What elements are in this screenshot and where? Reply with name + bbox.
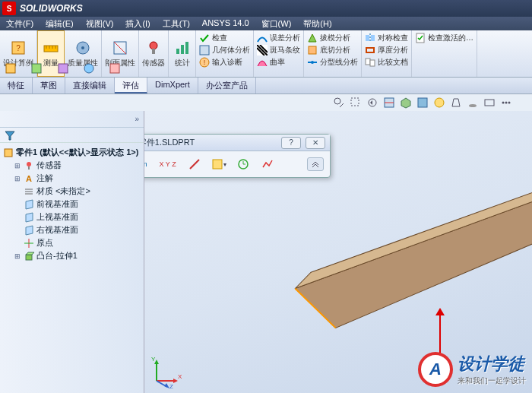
shadow-icon[interactable]: [467, 97, 479, 109]
expand-icon[interactable]: ⊞: [14, 175, 21, 182]
svg-rect-46: [6, 64, 15, 73]
workspace: » 零件1 (默认<<默认>显示状态 1>) ⊞传感器 ⊞A注解 材质 <未指定…: [0, 111, 532, 393]
sidebar-chevron-icon[interactable]: »: [135, 115, 139, 123]
measure-sensor-tool[interactable]: [259, 156, 276, 173]
feature-tabs: 特征 草图 直接编辑 评估 DimXpert 办公室产品: [0, 78, 532, 94]
ribbon-sensor[interactable]: 传感器: [139, 30, 169, 77]
svg-point-8: [81, 46, 84, 49]
svg-point-41: [469, 104, 477, 107]
ribbon-draft[interactable]: 拔模分析: [307, 33, 358, 43]
curv-icon: [257, 57, 268, 68]
ribbon-zebra[interactable]: 斑马条纹: [257, 45, 300, 55]
menu-help[interactable]: 帮助(H): [297, 17, 337, 30]
measure-p2p-tool[interactable]: [186, 156, 203, 173]
tab-office[interactable]: 办公室产品: [198, 78, 256, 93]
svg-marker-37: [401, 98, 410, 108]
display-style-icon[interactable]: [416, 97, 429, 109]
model-solid[interactable]: [278, 151, 532, 360]
view-triad[interactable]: Y X Z: [149, 353, 184, 388]
ribbon-symmetry[interactable]: 对称检查: [365, 33, 408, 43]
menu-insert[interactable]: 插入(I): [119, 17, 156, 30]
menu-view[interactable]: 视图(V): [80, 17, 120, 30]
tree-material[interactable]: 材质 <未指定>: [12, 185, 142, 198]
svg-rect-13: [176, 49, 179, 54]
feature-tree[interactable]: 零件1 (默认<<默认>显示状态 1>) ⊞传感器 ⊞A注解 材质 <未指定> …: [0, 143, 144, 393]
measure-dialog-header[interactable]: 测量 - 零件1.SLDPRT ? ✕: [144, 135, 330, 151]
svg-rect-16: [200, 46, 209, 55]
menu-tools[interactable]: 工具(T): [157, 17, 196, 30]
section-icon: [112, 40, 128, 56]
svg-point-53: [27, 162, 31, 166]
tree-root[interactable]: 零件1 (默认<<默认>显示状态 1>): [2, 146, 142, 159]
tab-dimxpert[interactable]: DimXpert: [147, 78, 198, 93]
ribbon-check[interactable]: 检查: [199, 33, 250, 43]
view-orient-icon[interactable]: [400, 97, 412, 109]
ribbon-thickness[interactable]: 厚度分析: [365, 45, 408, 55]
plane-node-icon: [24, 199, 34, 210]
ribbon-import-diag[interactable]: !输入诊断: [199, 57, 250, 68]
tree-extrude1[interactable]: ⊞凸台-拉伸1: [12, 249, 142, 262]
ribbon-check-active[interactable]: 检查激活的…: [415, 33, 473, 43]
ribbon-curvature[interactable]: 曲率: [257, 57, 300, 68]
sensor-node-icon: [24, 160, 34, 171]
tree-origin[interactable]: 原点: [12, 236, 142, 249]
menu-file[interactable]: 文件(F): [0, 17, 40, 30]
tree-top-plane[interactable]: 上视基准面: [12, 211, 142, 223]
ribbon-compare[interactable]: 比较文档: [365, 57, 408, 68]
dialog-close-button[interactable]: ✕: [306, 137, 325, 149]
svg-rect-38: [418, 98, 427, 107]
app-brand: SOLIDWORKS: [20, 3, 83, 14]
thick-icon: [365, 45, 375, 55]
filter-icon[interactable]: [5, 130, 15, 141]
measure-proj-tool[interactable]: ▾: [211, 156, 227, 173]
origin-node-icon: [24, 238, 34, 249]
measure-dialog-title: 测量 - 零件1.SLDPRT: [144, 137, 195, 148]
more-views-icon[interactable]: [500, 97, 512, 109]
graphics-viewport[interactable]: 测量 - 零件1.SLDPRT ? ✕ ▾ in mm X Y Z ▾: [144, 111, 532, 393]
measure-xyz-tool[interactable]: X Y Z: [157, 156, 179, 173]
dialog-help-button[interactable]: ?: [281, 137, 301, 149]
tree-annotations[interactable]: ⊞A注解: [12, 172, 142, 185]
zoom-area-icon[interactable]: [350, 97, 362, 109]
expand-icon[interactable]: ⊞: [14, 162, 21, 170]
menubar: 文件(F) 编辑(E) 视图(V) 插入(I) 工具(T) ANSYS 14.0…: [0, 17, 532, 30]
ribbon-deviation[interactable]: 误差分析: [257, 33, 300, 43]
zoom-prev-icon[interactable]: [366, 97, 378, 109]
compare-icon: [365, 57, 375, 68]
svg-text:X: X: [178, 373, 182, 380]
menu-window[interactable]: 窗口(W): [255, 17, 298, 30]
watermark-text: 设计学徒: [458, 354, 524, 373]
svg-rect-69: [213, 160, 222, 169]
svg-rect-64: [26, 255, 32, 260]
ribbon-statistics[interactable]: 统计: [169, 30, 196, 77]
scene-icon[interactable]: [433, 97, 445, 109]
tree-front-plane[interactable]: 前视基准面: [12, 198, 142, 211]
svg-point-44: [505, 102, 508, 104]
measure-history-tool[interactable]: [235, 156, 252, 173]
svg-rect-28: [366, 59, 370, 65]
tree-right-plane[interactable]: 右视基准面: [12, 223, 142, 236]
hide-show-icon[interactable]: [483, 97, 496, 109]
tree-sensors[interactable]: ⊞传感器: [12, 159, 142, 172]
ribbon-undercut[interactable]: 底切分析: [307, 45, 358, 55]
menu-ansys[interactable]: ANSYS 14.0: [196, 17, 255, 30]
svg-marker-20: [309, 34, 316, 42]
feature-manager-panel: » 零件1 (默认<<默认>显示状态 1>) ⊞传感器 ⊞A注解 材质 <未指定…: [0, 111, 144, 393]
app-logo: S: [2, 2, 16, 15]
zoom-fit-icon[interactable]: [333, 97, 345, 109]
section-view-icon[interactable]: [383, 97, 395, 109]
ribbon-parting[interactable]: 分型线分析: [307, 57, 358, 68]
svg-line-68: [190, 160, 199, 169]
svg-rect-21: [309, 46, 316, 54]
svg-marker-65: [26, 252, 34, 255]
ribbon-geom-analysis[interactable]: 几何体分析: [199, 45, 250, 55]
svg-rect-27: [366, 48, 374, 52]
ribbon: ? 设计算例 测量 质量属性 剖面属性 传感器 统计 检查 几何体分析 !输入诊…: [0, 30, 532, 78]
svg-rect-12: [152, 49, 155, 54]
plane-node-icon: [24, 225, 34, 236]
measure-units-tool[interactable]: in mm: [144, 156, 150, 173]
perspective-icon[interactable]: [450, 97, 462, 109]
svg-rect-24: [366, 35, 369, 41]
menu-edit[interactable]: 编辑(E): [40, 17, 80, 30]
expand-icon[interactable]: ⊞: [14, 252, 21, 260]
